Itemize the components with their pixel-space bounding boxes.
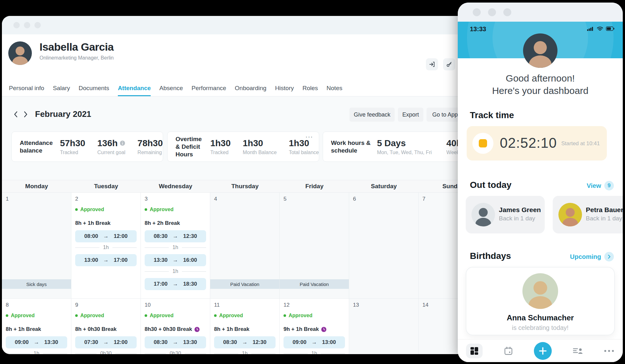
info-icon[interactable] bbox=[120, 140, 125, 146]
out-today-view-link[interactable]: View 9 bbox=[587, 181, 614, 190]
status-dot bbox=[6, 314, 8, 317]
tab-salary[interactable]: Salary bbox=[53, 85, 70, 96]
time-entry-chip[interactable]: 09:00→13:00 bbox=[284, 336, 345, 348]
time-entry-chip[interactable]: 13:00→17:00 bbox=[75, 254, 137, 266]
stop-timer-button[interactable] bbox=[472, 133, 493, 154]
time-entry-chip[interactable]: 08:30→12:30 bbox=[145, 230, 206, 242]
calendar-cell-feb-5[interactable]: 5 Paid Vacation bbox=[280, 193, 349, 299]
work-hours-summary: 9h + 1h Break bbox=[284, 326, 345, 332]
give-feedback-button[interactable]: Give feedback bbox=[349, 108, 395, 122]
calendar-cell-feb-1[interactable]: 1 Sick days bbox=[2, 193, 71, 299]
arrow-right-icon: → bbox=[34, 339, 39, 346]
person-avatar bbox=[558, 203, 582, 226]
status-dot bbox=[214, 314, 217, 317]
tab-absence[interactable]: Absence bbox=[159, 85, 183, 96]
window-control-dot bbox=[488, 8, 496, 16]
mobile-app-window: 13:33 Good afternoon! Here's your dashbo… bbox=[458, 3, 623, 362]
timer-started-at: Started at 10:41 bbox=[561, 140, 600, 147]
status-dot bbox=[75, 208, 78, 211]
calendar-cell-feb-3[interactable]: 3 Approved 8h + 2h Break 08:30→12:30 1h … bbox=[141, 193, 210, 299]
calendar-cell-feb-11[interactable]: 11 Approved 8h + 1h Break 08:30→12:30 1h bbox=[210, 299, 280, 354]
birthday-caption: is celebrating today! bbox=[466, 324, 614, 332]
export-button[interactable]: Export bbox=[398, 108, 423, 122]
arrow-right-icon: → bbox=[173, 339, 178, 346]
overtime-clock-icon bbox=[321, 327, 327, 332]
dashboard-avatar[interactable] bbox=[523, 33, 557, 68]
stat-current-goal: 136h Current goal bbox=[97, 138, 126, 155]
time-entry-chip[interactable]: 09:00→13:30 bbox=[6, 336, 67, 348]
status-bar-icons bbox=[587, 26, 614, 31]
person-back-info: Back in 1 day bbox=[586, 215, 623, 222]
calendar-cell-feb-2[interactable]: 2 Approved 8h + 1h Break 08:00→12:00 1h … bbox=[71, 193, 141, 299]
time-entry-chip[interactable]: 08:30→13:30 bbox=[145, 336, 206, 348]
person-avatar bbox=[471, 203, 495, 226]
attendance-calendar: Monday Tuesday Wednesday Thursday Friday… bbox=[2, 180, 488, 354]
time-entry-chip[interactable]: 13:30→16:00 bbox=[145, 254, 206, 266]
nav-people-button[interactable] bbox=[573, 346, 583, 355]
arrow-right-icon: → bbox=[173, 281, 178, 287]
tab-notes[interactable]: Notes bbox=[327, 85, 342, 96]
tab-attendance[interactable]: Attendance bbox=[118, 85, 151, 96]
tab-performance[interactable]: Performance bbox=[191, 85, 226, 96]
dashboard-greeting: Good afternoon! Here's your dashboard bbox=[458, 72, 623, 97]
calendar-cell-feb-10[interactable]: 10 Approved 8h30 + 0h30 Break 08:30→13:3… bbox=[141, 299, 210, 354]
work-hours-summary: 8h + 1h Break bbox=[6, 326, 67, 332]
work-hours-summary: 8h + 1h Break bbox=[214, 326, 276, 332]
absence-band-paid-vacation: Paid Vacation bbox=[210, 279, 279, 289]
card-menu-button[interactable]: ⋯ bbox=[305, 132, 314, 141]
work-hours-summary: 8h + 0h30 Break bbox=[75, 326, 137, 332]
absence-band-sick-days: Sick days bbox=[2, 279, 71, 289]
calendar-cell-feb-9[interactable]: 9 Approved 8h + 0h30 Break 07:30→12:00 0… bbox=[71, 299, 141, 354]
window-control-dot bbox=[473, 8, 481, 16]
calendar-cell-feb-13[interactable]: 13 bbox=[349, 299, 419, 354]
track-time-heading: Track time bbox=[470, 110, 514, 120]
time-tracking-card: 02:52:10 Started at 10:41 bbox=[467, 126, 607, 161]
time-entry-chip[interactable]: 08:30→12:30 bbox=[214, 336, 276, 348]
tab-roles[interactable]: Roles bbox=[303, 85, 318, 96]
login-as-employee-button[interactable] bbox=[426, 58, 438, 70]
calendar-cell-feb-8[interactable]: 8 Approved 8h + 1h Break 09:00→13:30 1h bbox=[2, 299, 71, 354]
calendar-cell-feb-4[interactable]: 4 Paid Vacation bbox=[210, 193, 280, 299]
chevron-right-icon bbox=[604, 252, 614, 261]
period-title: February 2021 bbox=[35, 109, 91, 119]
day-header-friday: Friday bbox=[280, 180, 349, 192]
work-hours-summary: 8h30 + 0h30 Break bbox=[145, 326, 206, 332]
status-dot bbox=[145, 208, 147, 211]
stop-icon bbox=[479, 139, 487, 147]
out-today-person-card[interactable]: Petra Bauer Back in 1 day bbox=[553, 196, 623, 233]
calendar-cell-feb-12[interactable]: 12 Approved 9h + 1h Break 09:00→13:00 1h bbox=[280, 299, 349, 354]
out-today-person-card[interactable]: James Green Back in 1 day bbox=[466, 196, 545, 233]
tab-history[interactable]: History bbox=[275, 85, 294, 96]
break-divider: 0h30 bbox=[75, 351, 137, 354]
nav-dashboard-button[interactable] bbox=[466, 344, 483, 358]
previous-month-button[interactable] bbox=[11, 110, 20, 119]
arrow-right-icon: → bbox=[312, 339, 317, 346]
calendar-cell-feb-6[interactable]: 6 bbox=[349, 193, 419, 299]
work-hours-schedule-card: Work hours & schedule 5 Days Mon, Tue, W… bbox=[323, 132, 475, 162]
time-entry-chip[interactable]: 07:30→12:00 bbox=[75, 336, 137, 348]
more-dots-icon bbox=[604, 350, 614, 352]
person-name: James Green bbox=[499, 206, 541, 214]
status-dot bbox=[75, 314, 78, 317]
tab-onboarding[interactable]: Onboarding bbox=[235, 85, 266, 96]
birthday-card[interactable]: Anna Schumacher is celebrating today! bbox=[466, 267, 615, 335]
tab-personal-info[interactable]: Personal info bbox=[9, 85, 44, 96]
approved-badge: Approved bbox=[6, 313, 67, 318]
stat-tracked: 57h30 Tracked bbox=[60, 138, 85, 155]
time-entry-chip[interactable]: 08:00→12:00 bbox=[75, 230, 137, 242]
sign-in-icon bbox=[429, 61, 435, 68]
access-key-button[interactable] bbox=[443, 58, 455, 70]
next-month-button[interactable] bbox=[22, 110, 30, 119]
nav-calendar-button[interactable] bbox=[504, 346, 513, 356]
tab-documents[interactable]: Documents bbox=[79, 85, 109, 96]
birthdays-upcoming-link[interactable]: Upcoming bbox=[570, 252, 614, 261]
break-divider: 1h bbox=[75, 245, 137, 250]
time-entry-chip[interactable]: 17:00→18:30 bbox=[145, 278, 206, 290]
approved-badge: Approved bbox=[145, 313, 206, 318]
stat-tracked: 1h30 Tracked bbox=[210, 138, 231, 155]
nav-more-button[interactable] bbox=[604, 350, 614, 352]
window-control-dot bbox=[503, 8, 511, 16]
nav-add-button[interactable] bbox=[534, 342, 552, 360]
status-bar-time: 13:33 bbox=[470, 25, 486, 33]
approved-badge: Approved bbox=[75, 313, 137, 318]
